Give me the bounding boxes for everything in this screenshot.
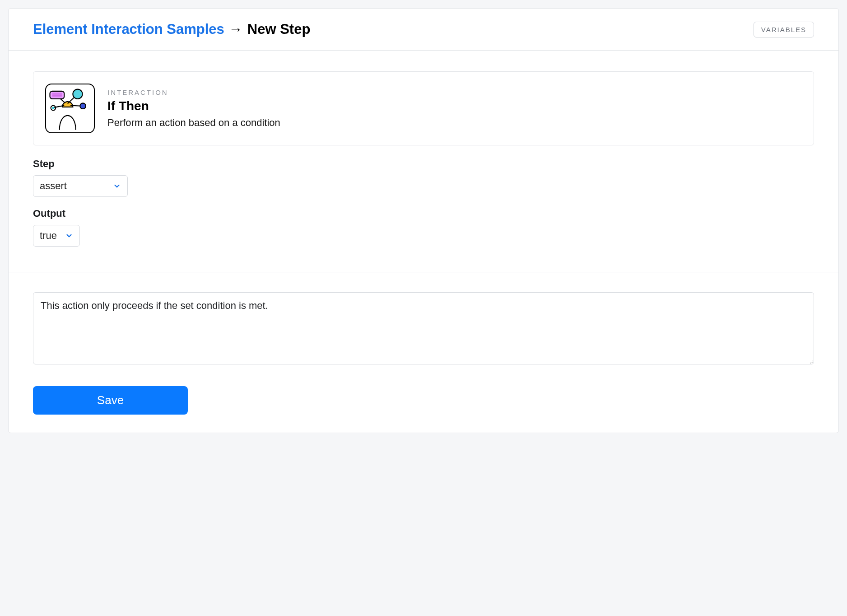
arrow-right-icon: → [229,21,243,37]
note-textarea[interactable] [33,292,814,364]
svg-point-7 [73,89,82,99]
step-label: Step [33,158,814,170]
interaction-card: INTERACTION If Then Perform an action ba… [33,71,814,145]
header: Element Interaction Samples → New Step V… [9,9,838,51]
interaction-description: Perform an action based on a condition [107,117,280,129]
breadcrumb-current: New Step [247,21,311,37]
output-select[interactable]: true [33,225,80,247]
output-field-group: Output true [33,208,814,247]
output-select-value: true [40,230,57,242]
interaction-graphic-icon [45,84,95,133]
step-field-group: Step assert [33,158,814,197]
chevron-down-icon [113,182,121,190]
footer-section: Save [9,272,838,433]
output-label: Output [33,208,814,219]
interaction-title: If Then [107,99,280,113]
step-select[interactable]: assert [33,175,128,197]
breadcrumb-link[interactable]: Element Interaction Samples [33,21,224,37]
svg-point-8 [80,103,86,109]
save-button[interactable]: Save [33,386,188,415]
main-section: INTERACTION If Then Perform an action ba… [9,51,838,272]
interaction-text: INTERACTION If Then Perform an action ba… [107,89,280,129]
chevron-down-icon [65,232,73,240]
variables-button[interactable]: VARIABLES [754,22,814,37]
page-container: Element Interaction Samples → New Step V… [8,8,839,433]
breadcrumb: Element Interaction Samples → New Step [33,21,310,37]
svg-rect-4 [50,91,64,99]
interaction-label: INTERACTION [107,89,280,96]
step-select-value: assert [40,180,67,192]
svg-point-10 [52,107,54,109]
